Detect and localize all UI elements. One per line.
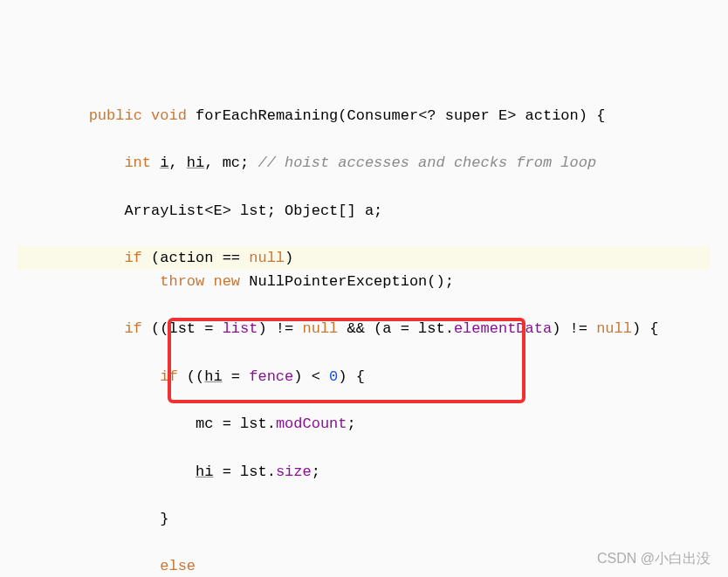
- field-modcount: modCount: [276, 416, 347, 432]
- keyword-if: if: [160, 368, 177, 385]
- keyword-throw: throw: [160, 273, 204, 290]
- keyword-int: int: [124, 155, 151, 171]
- cond: (action ==: [142, 250, 249, 266]
- code-line-10: }: [17, 507, 711, 531]
- vars: i, hi, mc;: [151, 155, 249, 171]
- code-line-7: if ((hi = fence) < 0) {: [17, 365, 711, 388]
- keyword-public: public: [89, 107, 142, 124]
- close: ) {: [632, 320, 659, 337]
- p1: = lst.: [213, 464, 275, 480]
- keyword-if: if: [124, 320, 141, 337]
- keyword-null: null: [596, 320, 632, 337]
- param: action: [516, 107, 578, 124]
- p1: ((lst =: [142, 320, 223, 337]
- type-arraylist: ArrayList: [124, 203, 204, 219]
- var-hi: hi: [196, 464, 213, 480]
- code-line-1: public void forEachRemaining(Consumer<? …: [17, 104, 711, 127]
- code-line-8: mc = lst.modCount;: [17, 412, 711, 436]
- keyword-new: new: [213, 273, 240, 290]
- code-line-2: int i, hi, mc; // hoist accesses and che…: [17, 151, 711, 175]
- type-npe: NullPointerException: [240, 273, 427, 290]
- num-0: 0: [329, 368, 338, 385]
- close: ): [285, 250, 293, 266]
- comment: // hoist accesses and checks from loop: [249, 155, 596, 171]
- paren-close: ): [579, 107, 587, 124]
- brace: {: [587, 107, 605, 124]
- keyword-else: else: [160, 558, 196, 574]
- code-line-4: if (action == null): [17, 246, 711, 270]
- p2: ) !=: [258, 320, 302, 337]
- type-consumer: Consumer: [347, 107, 419, 124]
- code-line-6: if ((lst = list) != null && (a = lst.ele…: [17, 317, 711, 340]
- code-line-5: throw new NullPointerException();: [17, 270, 711, 293]
- field-list: list: [223, 320, 258, 337]
- generic: <E>: [204, 203, 231, 219]
- var-lst: lst;: [231, 203, 276, 219]
- var-hi: hi: [204, 368, 222, 385]
- field-elementdata: elementData: [454, 320, 552, 337]
- field-fence: fence: [249, 368, 293, 385]
- keyword-void: void: [151, 107, 187, 124]
- var-a: a;: [356, 203, 383, 219]
- code-line-3: ArrayList<E> lst; Object[] a;: [17, 199, 711, 223]
- field-size: size: [276, 464, 312, 480]
- code-line-9: hi = lst.size;: [17, 460, 711, 484]
- watermark: CSDN @小白出没: [597, 547, 711, 570]
- p4: ) !=: [552, 320, 596, 337]
- call: ();: [427, 273, 454, 290]
- p3: ) <: [293, 368, 329, 385]
- type-object: Object[]: [276, 203, 356, 219]
- p2: ;: [347, 416, 356, 432]
- generic: <? super E>: [418, 107, 516, 124]
- p2: ;: [312, 464, 320, 480]
- keyword-null: null: [249, 250, 285, 266]
- close: ) {: [338, 368, 365, 385]
- keyword-if: if: [124, 250, 141, 266]
- brace: }: [160, 511, 168, 527]
- p2: =: [223, 368, 250, 385]
- method-name: forEachRemaining: [196, 107, 338, 124]
- paren: (: [338, 107, 347, 124]
- keyword-null: null: [302, 320, 338, 337]
- p1: mc = lst.: [196, 416, 276, 432]
- p3: && (a = lst.: [338, 320, 454, 337]
- p1: ((: [178, 368, 205, 385]
